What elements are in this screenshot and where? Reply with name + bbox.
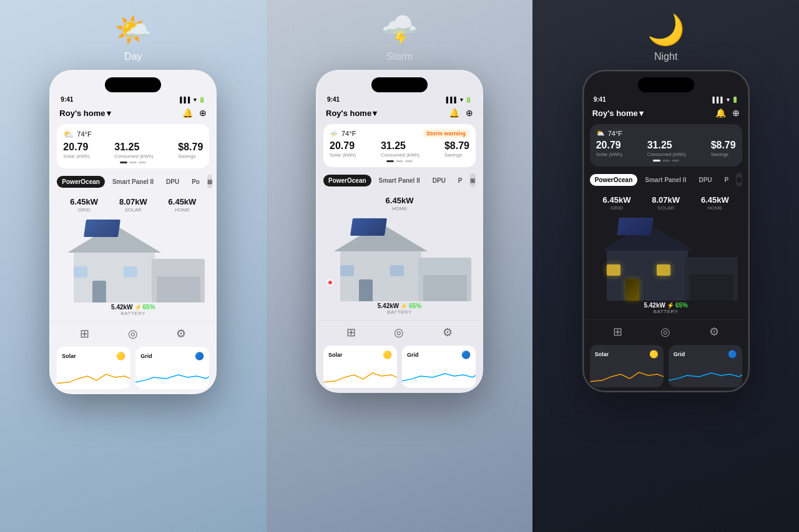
storm-energy-metrics: 6.45kW HOME bbox=[317, 191, 482, 214]
night-weather-icon: 🌙 bbox=[647, 12, 685, 47]
night-house-scene bbox=[594, 213, 738, 301]
night-solar-chart: Solar 🟡 bbox=[590, 345, 664, 387]
night-bell-icon[interactable]: 🔔 bbox=[715, 108, 726, 118]
storm-tab-menu[interactable]: ⊞ bbox=[470, 173, 476, 187]
day-garage-door bbox=[157, 276, 200, 302]
day-garage bbox=[152, 259, 205, 302]
night-temp: 74°F bbox=[608, 130, 622, 137]
day-window-2 bbox=[124, 266, 137, 278]
storm-garage bbox=[418, 258, 471, 301]
day-bell-icon[interactable]: 🔔 bbox=[182, 108, 193, 118]
night-tab-smartpanel[interactable]: Smart Panel II bbox=[640, 174, 691, 186]
day-nav-icons: 🔔 ⊕ bbox=[182, 108, 207, 118]
day-panel: 🌤️ Day 9:41 ▌▌▌ ▾ 🔋 Roy's home ▾ 🔔 ⊕ bbox=[0, 0, 267, 532]
storm-weather-label: Storm bbox=[386, 51, 413, 62]
night-energy-metrics: 6.45kW GRID 8.07kW SOLAR 6.45kW HOME bbox=[584, 190, 748, 213]
day-solar-stat: 20.79 Solar (kWh) bbox=[63, 142, 89, 159]
storm-home-metric: 6.45kW HOME bbox=[386, 196, 414, 211]
night-solar-stat: 20.79 Solar (kWh) bbox=[596, 140, 622, 157]
storm-consumed-stat: 31.25 Consumed (kWh) bbox=[381, 140, 419, 158]
storm-nav-chart-icon[interactable]: ⊞ bbox=[346, 326, 356, 339]
day-solar-metric: 8.07kW SOLAR bbox=[119, 197, 147, 213]
night-panel: 🌙 Night 9:41 ▌▌▌ ▾ 🔋 Roy's home ▾ 🔔 ⊕ bbox=[532, 0, 799, 532]
day-house-scene bbox=[61, 215, 205, 302]
night-dynamic-island bbox=[638, 77, 694, 92]
storm-connection-dot bbox=[327, 279, 333, 286]
day-weather-area: 🌤️ Day bbox=[114, 12, 152, 62]
night-battery-badge: 5.42kW ⚡ 65% BATTERY bbox=[644, 302, 687, 314]
day-savings-stat: $8.79 Savings bbox=[178, 142, 203, 159]
storm-temp: 74°F bbox=[341, 130, 356, 137]
storm-nav-gear-icon[interactable]: ⚙ bbox=[443, 326, 453, 339]
day-consumed-stat: 31.25 Consumed (kWh) bbox=[114, 142, 153, 159]
day-nav-chart-icon[interactable]: ⊞ bbox=[80, 327, 89, 341]
night-window-2 bbox=[657, 264, 670, 276]
night-solar-chart-svg bbox=[590, 363, 664, 385]
night-weather-label: Night bbox=[654, 51, 677, 62]
storm-nav-globe-icon[interactable]: ◎ bbox=[394, 326, 404, 339]
storm-tab-p[interactable]: P bbox=[453, 175, 468, 186]
day-tab-po[interactable]: Po bbox=[187, 176, 205, 188]
night-grid-metric: 6.45kW GRID bbox=[603, 195, 631, 211]
day-weather-label: Day bbox=[124, 51, 142, 62]
storm-grid-chart: Grid 🔵 bbox=[402, 346, 476, 388]
day-solar-chart-icon: 🟡 bbox=[116, 352, 125, 360]
night-status-icons: ▌▌▌ ▾ 🔋 bbox=[713, 97, 738, 103]
storm-weather-icon: 🌩️ bbox=[381, 12, 418, 47]
day-tab-dpu[interactable]: DPU bbox=[161, 176, 184, 188]
day-summary-card: ⛅ 74°F 20.79 Solar (kWh) 31.25 Consumed … bbox=[57, 124, 209, 168]
storm-garage-door bbox=[423, 275, 467, 301]
night-nav-chart-icon[interactable]: ⊞ bbox=[613, 325, 622, 339]
day-grid-chart-svg bbox=[135, 365, 209, 387]
day-nav-gear-icon[interactable]: ⚙ bbox=[176, 327, 186, 341]
night-weather-area: 🌙 Night bbox=[647, 12, 685, 62]
night-grid-chart: Grid 🔵 bbox=[669, 345, 742, 387]
night-tab-p[interactable]: P bbox=[720, 174, 734, 186]
night-solar-chart-icon: 🟡 bbox=[649, 350, 659, 359]
night-home-title[interactable]: Roy's home ▾ bbox=[592, 109, 644, 118]
day-chart-row: Solar 🟡 Grid 🔵 bbox=[51, 347, 215, 389]
night-tab-powerocean[interactable]: PowerOcean bbox=[590, 174, 638, 186]
storm-window-1 bbox=[340, 265, 354, 276]
night-chart-row: Solar 🟡 Grid 🔵 bbox=[584, 345, 748, 387]
day-status-bar: 9:41 ▌▌▌ ▾ 🔋 bbox=[51, 96, 215, 105]
night-solar-panels bbox=[617, 218, 654, 235]
night-grid-chart-svg bbox=[669, 363, 742, 385]
day-home-metric: 6.45kW HOME bbox=[169, 197, 197, 213]
storm-grid-chart-svg bbox=[402, 364, 476, 385]
day-nav-globe-icon[interactable]: ◎ bbox=[128, 327, 138, 341]
night-nav-globe-icon[interactable]: ◎ bbox=[660, 325, 670, 339]
storm-summary-card: 🌩️ 74°F Storm warning 20.79 Solar (kWh) … bbox=[323, 124, 476, 167]
storm-tab-powerocean[interactable]: PowerOcean bbox=[323, 175, 371, 186]
storm-bell-icon[interactable]: 🔔 bbox=[449, 108, 459, 118]
storm-warning-badge: Storm warning bbox=[423, 129, 469, 138]
day-solar-panels bbox=[84, 220, 120, 237]
day-grid-chart-icon: 🔵 bbox=[195, 352, 204, 360]
day-dynamic-island bbox=[105, 77, 161, 92]
storm-tab-dpu[interactable]: DPU bbox=[428, 175, 451, 186]
night-door bbox=[625, 279, 639, 301]
night-savings-stat: $8.79 Savings bbox=[711, 140, 736, 157]
day-plus-icon[interactable]: ⊕ bbox=[199, 108, 207, 118]
day-home-title[interactable]: Roy's home ▾ bbox=[59, 109, 110, 118]
storm-panel: 🌩️ Storm 9:41 ▌▌▌ ▾ 🔋 Roy's home ▾ 🔔 ⊕ bbox=[267, 0, 533, 532]
night-tab-dpu[interactable]: DPU bbox=[694, 174, 717, 186]
day-battery-badge: 5.42kW ⚡ 65% BATTERY bbox=[111, 304, 155, 316]
storm-home-title[interactable]: Roy's home ▾ bbox=[326, 109, 377, 118]
day-grid-chart: Grid 🔵 bbox=[135, 347, 209, 389]
night-phone: 9:41 ▌▌▌ ▾ 🔋 Roy's home ▾ 🔔 ⊕ ⛅ 74°F bbox=[582, 70, 750, 392]
storm-tab-smartpanel[interactable]: Smart Panel II bbox=[374, 175, 425, 186]
day-tab-powerocean[interactable]: PowerOcean bbox=[57, 176, 105, 188]
storm-dynamic-island bbox=[371, 77, 428, 92]
night-home-metric: 6.45kW HOME bbox=[701, 195, 729, 211]
night-tab-menu[interactable]: ⊞ bbox=[736, 173, 742, 186]
day-tab-menu[interactable]: ⊞ bbox=[207, 175, 212, 188]
night-plus-icon[interactable]: ⊕ bbox=[732, 108, 740, 118]
night-nav-gear-icon[interactable]: ⚙ bbox=[709, 325, 719, 339]
day-tab-smartpanel[interactable]: Smart Panel II bbox=[107, 176, 159, 188]
storm-plus-icon[interactable]: ⊕ bbox=[466, 108, 473, 118]
day-tabs: PowerOcean Smart Panel II DPU Po ⊞ bbox=[51, 171, 215, 192]
day-phone: 9:41 ▌▌▌ ▾ 🔋 Roy's home ▾ 🔔 ⊕ ⛅ 74°F bbox=[49, 70, 217, 394]
night-house-area: 5.42kW ⚡ 65% BATTERY bbox=[584, 213, 748, 319]
day-solar-chart-svg bbox=[57, 365, 130, 387]
